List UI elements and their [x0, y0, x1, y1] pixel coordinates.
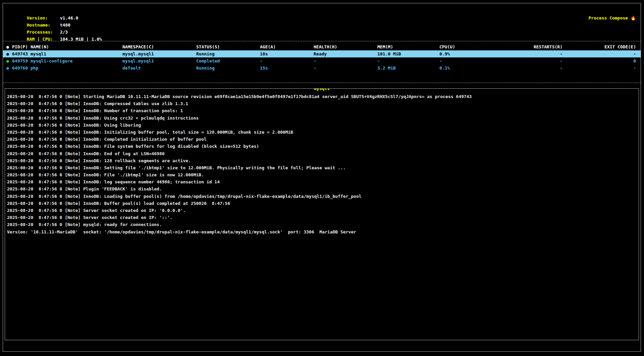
log-line: 2025-08-20 8:47:56 0 [Note] mysqld: read…: [7, 221, 637, 228]
cell-health: -: [314, 57, 377, 64]
info-value: t480: [60, 23, 70, 28]
cell-mem: 101.0 MiB: [377, 50, 439, 57]
cell-name: php: [31, 64, 122, 72]
log-panel[interactable]: mysql1 2025-08-20 8:47:56 0 [Note] Start…: [5, 88, 639, 340]
col-cpu: CPU(U): [439, 43, 527, 50]
log-line: 2025-08-20 8:47:56 0 [Note] InnoDB: Usin…: [7, 122, 637, 129]
app-title-text: Process Compose: [589, 15, 628, 20]
log-line: 2025-08-20 8:47:56 0 [Note] InnoDB: Usin…: [7, 115, 637, 122]
info-label: Processes:: [27, 29, 60, 36]
log-line: 2025-08-20 8:47:56 0 [Note] InnoDB: File…: [7, 171, 637, 178]
cell-mem: -: [377, 57, 439, 64]
process-row[interactable]: ● 649760 php default Running 15s - 3.2 M…: [3, 64, 641, 72]
cell-restarts: -: [527, 64, 562, 72]
log-line: 2025-08-20 8:47:56 0 [Note] InnoDB: Comp…: [7, 136, 637, 143]
log-line: 2025-08-20 8:47:56 0 [Note] InnoDB: End …: [7, 150, 637, 157]
log-line: 2025-08-20 8:47:56 0 [Note] Server socke…: [7, 214, 637, 221]
log-line: 2025-08-20 8:47:56 0 [Note] InnoDB: Buff…: [7, 200, 637, 207]
log-line: 2025-08-20 8:47:56 0 [Note] InnoDB: 128 …: [7, 157, 637, 164]
cell-exit-code: 0: [562, 57, 636, 64]
col-status: STATUS(S): [196, 43, 260, 50]
col-mem: MEM(M): [377, 43, 439, 50]
cell-namespace: mysql.mysql1: [122, 50, 196, 57]
cell-mem: 3.2 MiB: [377, 64, 439, 72]
cell-age: 18s: [260, 50, 314, 57]
process-table: ● PID(P) NAME(N) NAMESPACE(C) STATUS(S) …: [3, 43, 641, 72]
cell-pid: 649759: [12, 57, 31, 64]
log-line: 2025-08-20 8:47:56 0 [Note] Plugin 'FEED…: [7, 185, 637, 192]
cell-health: Ready: [314, 50, 377, 57]
cell-namespace: default: [122, 64, 196, 72]
log-line: 2025-08-20 8:47:56 0 [Note] InnoDB: Comp…: [7, 100, 637, 107]
table-bottom-separator: [3, 83, 641, 83]
col-restarts: RESTARTS(R): [527, 43, 562, 50]
info-label: RAM | CPU:: [27, 36, 60, 43]
cell-status: Running: [196, 64, 260, 72]
log-line: 2025-08-20 8:47:56 0 [Note] InnoDB: log …: [7, 178, 637, 185]
log-line: 2025-08-20 8:47:56 0 [Note] InnoDB: Numb…: [7, 107, 637, 114]
log-line: 2025-08-20 8:47:56 0 [Note] InnoDB: Init…: [7, 129, 637, 136]
cell-name: mysql1-configure: [31, 57, 122, 64]
cell-cpu: -: [439, 57, 527, 64]
status-dot-icon: ●: [6, 57, 12, 64]
cell-pid: 649743: [12, 50, 31, 57]
col-name: NAME(N): [31, 43, 122, 50]
log-line: 2025-08-20 8:47:56 0 [Note] InnoDB: File…: [7, 143, 637, 150]
follow-dot-icon: ●: [6, 43, 12, 50]
table-top-separator: [3, 41, 641, 41]
status-dot-icon: ●: [6, 64, 12, 72]
cell-restarts: -: [527, 57, 562, 64]
cell-age: 15s: [260, 64, 314, 72]
system-info: Version:v1.46.0 Hostname:t480 Processes:…: [6, 7, 102, 36]
info-value: 2/3: [60, 30, 68, 35]
cell-exit-code: -: [562, 64, 636, 72]
log-line: 2025-08-20 8:47:56 0 [Note] Starting Mar…: [7, 93, 637, 100]
cell-age: -: [260, 57, 314, 64]
col-namespace: NAMESPACE(C): [122, 43, 196, 50]
info-value: v1.46.0: [60, 15, 78, 20]
log-panel-title: mysql1: [314, 88, 330, 92]
cell-health: -: [314, 64, 377, 72]
cell-pid: 649760: [12, 64, 31, 72]
cell-status: Running: [196, 50, 260, 57]
app-frame: Version:v1.46.0 Hostname:t480 Processes:…: [3, 3, 641, 352]
col-age: AGE(A): [260, 43, 314, 50]
shortcut-bar: F1Shortcuts LOGS: F4Maximize F5Unfollow …: [6, 343, 639, 350]
col-pid: PID(P): [12, 43, 31, 50]
cell-cpu: 0.1%: [439, 64, 527, 72]
cell-cpu: 0.9%: [439, 50, 527, 57]
log-line: 2025-08-20 8:47:56 0 [Note] Server socke…: [7, 207, 637, 214]
log-body: 2025-08-20 8:47:56 0 [Note] Starting Mar…: [5, 89, 639, 235]
cell-exit-code: -: [562, 50, 636, 57]
cell-namespace: mysql.mysql1: [122, 57, 196, 64]
info-label: Version:: [27, 14, 60, 21]
cell-restarts: -: [527, 50, 562, 57]
app-title: Process Compose 🔥: [578, 7, 636, 14]
process-table-header: ● PID(P) NAME(N) NAMESPACE(C) STATUS(S) …: [3, 43, 641, 50]
cell-status: Completed: [196, 57, 260, 64]
status-dot-icon: ●: [6, 50, 12, 57]
col-health: HEALTH(H): [314, 43, 377, 50]
process-row[interactable]: ● 649743 mysql1 mysql.mysql1 Running 18s…: [3, 50, 641, 57]
col-exit-code: EXIT CODE(E): [562, 43, 636, 50]
cell-name: mysql1: [31, 50, 122, 57]
info-row: Version:v1.46.0: [6, 7, 102, 14]
info-label: Hostname:: [27, 21, 60, 29]
fire-icon: 🔥: [631, 15, 636, 20]
log-line: 2025-08-20 8:47:56 0 [Note] InnoDB: Sett…: [7, 164, 637, 171]
process-row[interactable]: ● 649759 mysql1-configure mysql.mysql1 C…: [3, 57, 641, 64]
log-line: Version: '10.11.11-MariaDB' socket: '/ho…: [7, 228, 637, 235]
log-line: 2025-08-20 8:47:56 0 [Note] InnoDB: Load…: [7, 193, 637, 200]
